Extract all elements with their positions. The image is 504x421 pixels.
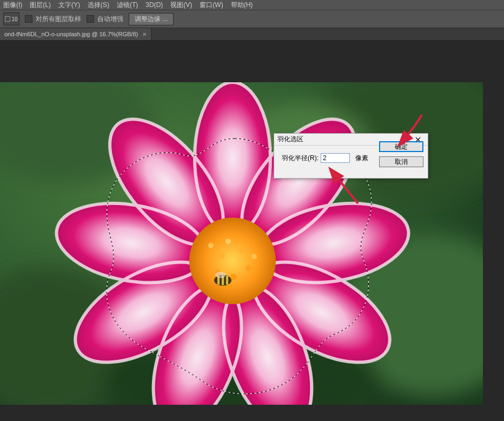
menu-window[interactable]: 窗口(W) bbox=[200, 1, 223, 10]
feather-selection-dialog: 羽化选区 羽化半径(R): 像素 确定 取消 bbox=[274, 133, 428, 179]
options-bar: 10 对所有图层取样 自动增强 调整边缘 ... bbox=[0, 10, 504, 28]
menu-layer[interactable]: 图层(L) bbox=[30, 1, 51, 10]
menu-view[interactable]: 视图(V) bbox=[170, 1, 192, 10]
canvas-area bbox=[0, 40, 504, 421]
feather-radius-input[interactable] bbox=[321, 153, 350, 163]
svg-point-31 bbox=[208, 243, 214, 248]
tool-sample-size[interactable]: 10 bbox=[3, 12, 19, 25]
close-icon[interactable]: ✕ bbox=[142, 31, 147, 37]
menu-3d[interactable]: 3D(D) bbox=[145, 1, 163, 9]
dialog-title: 羽化选区 bbox=[277, 135, 303, 144]
checkbox-sample-all-layers[interactable] bbox=[25, 15, 32, 23]
label-sample-all-layers: 对所有图层取样 bbox=[36, 15, 81, 24]
document-tab[interactable]: ond-tNm6DL_nO-o-unsplash.jpg @ 16.7%(RGB… bbox=[0, 28, 151, 40]
pixels-suffix: 像素 bbox=[355, 154, 368, 163]
document-tab-label: ond-tNm6DL_nO-o-unsplash.jpg @ 16.7%(RGB… bbox=[4, 31, 138, 37]
ok-button[interactable]: 确定 bbox=[379, 141, 423, 152]
feather-radius-label: 羽化半径(R): bbox=[282, 154, 319, 163]
svg-point-38 bbox=[215, 272, 226, 278]
svg-point-25 bbox=[189, 218, 276, 304]
menu-bar: 图像(I) 图层(L) 文字(Y) 选择(S) 滤镜(T) 3D(D) 视图(V… bbox=[0, 0, 504, 10]
menu-select[interactable]: 选择(S) bbox=[88, 1, 109, 10]
menu-help[interactable]: 帮助(H) bbox=[231, 1, 253, 10]
sample-swatch-icon bbox=[5, 16, 10, 22]
svg-point-30 bbox=[230, 274, 237, 280]
svg-point-26 bbox=[218, 252, 225, 259]
svg-point-28 bbox=[246, 265, 252, 272]
label-auto-enhance: 自动增强 bbox=[97, 15, 123, 24]
image-content bbox=[0, 82, 483, 405]
cancel-button[interactable]: 取消 bbox=[379, 156, 423, 167]
menu-filter[interactable]: 滤镜(T) bbox=[117, 1, 138, 10]
menu-type[interactable]: 文字(Y) bbox=[58, 1, 80, 10]
svg-point-32 bbox=[251, 254, 257, 259]
svg-point-33 bbox=[226, 239, 231, 244]
svg-rect-37 bbox=[226, 276, 228, 285]
menu-image[interactable]: 图像(I) bbox=[3, 1, 22, 10]
sample-size-value: 10 bbox=[11, 16, 17, 22]
document-tab-bar: ond-tNm6DL_nO-o-unsplash.jpg @ 16.7%(RGB… bbox=[0, 28, 504, 40]
refine-edge-button[interactable]: 调整边缘 ... bbox=[129, 13, 174, 25]
checkbox-auto-enhance[interactable] bbox=[87, 15, 94, 23]
svg-point-27 bbox=[239, 247, 246, 253]
image-canvas[interactable] bbox=[0, 82, 483, 405]
